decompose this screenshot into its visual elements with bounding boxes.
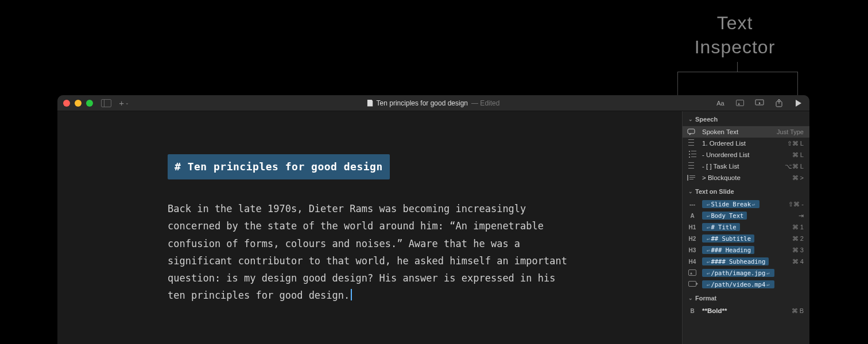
speech-bubble-icon: [687, 128, 698, 135]
unordered-list-icon: [687, 151, 698, 159]
h4-icon: H4: [687, 259, 698, 265]
zoom-button[interactable]: [86, 100, 93, 107]
section-title-text-on-slide: Text on Slide: [695, 188, 734, 195]
svg-rect-3: [687, 175, 688, 181]
row-shortcut: Just Type: [777, 128, 804, 135]
hr-icon: ---: [687, 201, 698, 208]
svg-rect-5: [689, 177, 695, 178]
play-button[interactable]: [793, 99, 804, 107]
plus-icon: +: [119, 100, 124, 107]
app-window: +⌄ Ten principles for good design — Edit…: [57, 95, 809, 344]
rehearse-button[interactable]: [754, 99, 765, 107]
video-icon: [687, 281, 698, 288]
row-label: ↩### Heading: [702, 246, 788, 254]
row-unordered-list[interactable]: - Unordered List ⌘ L: [683, 149, 809, 161]
h2-icon: H2: [687, 236, 698, 242]
row-video[interactable]: ↩/path/video.mp4↩: [683, 279, 809, 290]
media-inspector-button[interactable]: [735, 99, 745, 107]
row-shortcut: ⌘ L: [792, 151, 804, 159]
add-button[interactable]: +⌄: [119, 99, 129, 107]
section-title-speech: Speech: [695, 116, 718, 123]
image-icon: [736, 100, 744, 106]
ordered-list-icon: [687, 139, 698, 147]
annotation-line-2: Inspector: [677, 36, 792, 60]
body-paragraph[interactable]: Back in the late 1970s, Dieter Rams was …: [168, 200, 569, 304]
row-label: - Unordered List: [702, 151, 788, 158]
toolbar-right: Aa: [715, 99, 804, 107]
row-shortcut: ⌘ 2: [792, 235, 804, 243]
svg-rect-2: [688, 129, 695, 134]
title-center: Ten principles for good design — Edited: [367, 99, 500, 107]
svg-rect-4: [689, 175, 695, 176]
row-spoken-text[interactable]: Spoken Text Just Type: [683, 126, 809, 138]
row-label: > Blockquote: [702, 174, 788, 181]
row-label: ↩/path/image.jpg↩: [702, 269, 799, 277]
annotation-label: Text Inspector: [677, 11, 792, 59]
chevron-down-icon: ⌄: [688, 116, 693, 122]
section-header-text-on-slide[interactable]: ⌄ Text on Slide: [683, 183, 809, 198]
h3-icon: H3: [687, 247, 698, 253]
row-shortcut: ⌘ >: [792, 174, 804, 182]
chevron-down-icon: ⌄: [688, 189, 693, 194]
sidebar-toggle-button[interactable]: [101, 99, 111, 107]
row-label: ↩Body Text: [702, 212, 794, 220]
row-subtitle[interactable]: H2 ↩## Subtitle ⌘ 2: [683, 233, 809, 244]
editor-area[interactable]: # Ten principles for good design Back in…: [57, 111, 682, 344]
body-area: # Ten principles for good design Back in…: [57, 111, 809, 344]
row-label: ↩## Subtitle: [702, 234, 788, 243]
chevron-down-icon: ⌄: [688, 295, 693, 301]
row-heading[interactable]: H3 ↩### Heading ⌘ 3: [683, 244, 809, 256]
titlebar: +⌄ Ten principles for good design — Edit…: [57, 95, 809, 111]
row-body-text[interactable]: A ↩Body Text ⇥: [683, 210, 809, 221]
row-ordered-list[interactable]: 1. Ordered List ⇧⌘ L: [683, 138, 809, 149]
row-label: ↩# Title: [702, 223, 788, 231]
row-image[interactable]: ↩/path/image.jpg↩: [683, 267, 809, 279]
row-label: **Bold**: [702, 307, 787, 314]
play-icon: [795, 99, 802, 107]
text-inspector-panel: ⌄ Speech Spoken Text Just Type 1. Ordere…: [682, 111, 809, 344]
row-shortcut: ⇧⌘ -: [788, 201, 804, 208]
row-shortcut: ⌥⌘ L: [785, 163, 804, 170]
row-label: ↩#### Subheading: [702, 257, 788, 265]
presenter-icon: [755, 99, 764, 107]
svg-rect-0: [755, 100, 764, 105]
row-title[interactable]: H1 ↩# Title ⌘ 1: [683, 221, 809, 233]
row-label: ↩/path/video.mp4↩: [702, 280, 799, 288]
heading-line[interactable]: # Ten principles for good design: [168, 154, 390, 179]
svg-rect-6: [689, 179, 693, 179]
row-shortcut: ⌘ 3: [792, 247, 804, 254]
share-button[interactable]: [774, 99, 784, 107]
traffic-lights: [63, 100, 93, 107]
row-shortcut: ⌘ 4: [792, 258, 804, 265]
text-inspector-button[interactable]: Aa: [715, 99, 726, 107]
annotation-line-1: Text: [677, 11, 792, 36]
row-label: - [ ] Task List: [702, 163, 780, 170]
document-status: — Edited: [471, 99, 499, 107]
minimize-button[interactable]: [75, 100, 82, 107]
annotation-stem: [737, 62, 738, 72]
row-slide-break[interactable]: --- ↩Slide Break↩ ⇧⌘ -: [683, 198, 809, 210]
row-shortcut: ⌘ 1: [792, 224, 804, 231]
annotation-bracket: [677, 72, 798, 96]
row-label: ↩Slide Break↩: [702, 200, 784, 208]
row-subheading[interactable]: H4 ↩#### Subheading ⌘ 4: [683, 256, 809, 267]
section-header-format[interactable]: ⌄ Format: [683, 290, 809, 305]
row-task-list[interactable]: - [ ] Task List ⌥⌘ L: [683, 161, 809, 172]
document-title: Ten principles for good design: [377, 99, 468, 107]
row-blockquote[interactable]: > Blockquote ⌘ >: [683, 172, 809, 183]
h1-icon: H1: [687, 224, 698, 230]
image-icon: [687, 269, 698, 277]
row-shortcut: ⇧⌘ L: [787, 140, 804, 147]
body-text-content: Back in the late 1970s, Dieter Rams was …: [168, 203, 567, 301]
row-bold[interactable]: B **Bold** ⌘ B: [683, 305, 809, 316]
body-text-icon: A: [687, 213, 698, 219]
bold-icon: B: [687, 308, 698, 314]
document-icon: [367, 100, 373, 107]
close-button[interactable]: [63, 100, 70, 107]
row-label: Spoken Text: [702, 128, 772, 135]
section-header-speech[interactable]: ⌄ Speech: [683, 111, 809, 126]
share-icon: [775, 99, 783, 107]
row-shortcut: ⇥: [799, 212, 804, 220]
row-shortcut: ⌘ B: [792, 307, 804, 315]
task-list-icon: [687, 162, 698, 170]
